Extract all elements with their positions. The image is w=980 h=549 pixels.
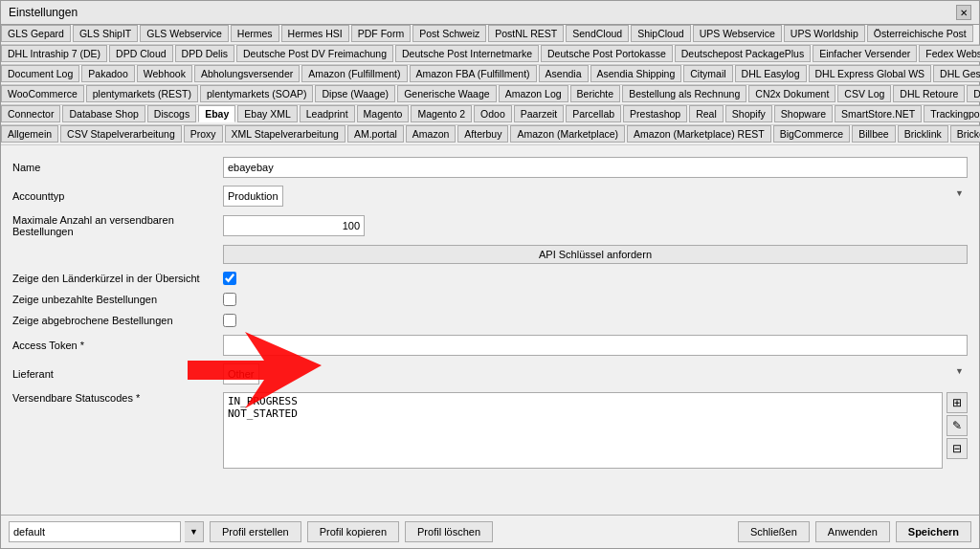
tab-0-9[interactable]: ShipCloud	[631, 25, 690, 42]
tab-5-7[interactable]: Amazon (Marketplace)	[510, 125, 625, 143]
tab-0-5[interactable]: PDF Form	[351, 25, 411, 42]
tab-5-8[interactable]: Amazon (Marketplace) REST	[627, 125, 771, 143]
api-button[interactable]: API Schlüssel anfordern	[223, 245, 968, 264]
copy-profile-button[interactable]: Profil kopieren	[307, 521, 399, 542]
tab-4-12[interactable]: Real	[689, 105, 724, 122]
tab-3-3[interactable]: Dipse (Waage)	[315, 85, 395, 102]
tab-2-7[interactable]: Asendia Shipping	[590, 65, 682, 82]
tab-2-1[interactable]: Pakadoo	[81, 65, 134, 82]
name-input[interactable]	[223, 157, 968, 178]
tab-4-9[interactable]: Paarzeit	[514, 105, 565, 122]
tab-2-3[interactable]: Abholungsversender	[194, 65, 300, 82]
tab-0-1[interactable]: GLS ShipIT	[73, 25, 138, 42]
tab-0-10[interactable]: UPS Webservice	[693, 25, 782, 42]
tab-5-6[interactable]: Afterbuy	[457, 125, 508, 143]
tab-4-5[interactable]: Leadprint	[300, 105, 355, 122]
tab-1-3[interactable]: Deutsche Post DV Freimachung	[236, 45, 393, 62]
tab-0-12[interactable]: Österreichische Post	[867, 25, 973, 42]
tab-2-0[interactable]: Document Log	[1, 65, 79, 82]
access-token-input[interactable]	[223, 335, 968, 356]
tab-4-0[interactable]: Connector	[1, 105, 60, 122]
tab-4-2[interactable]: Discogs	[147, 105, 196, 122]
tab-5-0[interactable]: Allgemein	[1, 125, 58, 143]
tab-4-11[interactable]: Prestashop	[623, 105, 687, 122]
tab-2-10[interactable]: DHL Express Global WS	[809, 65, 932, 82]
profile-dropdown-button[interactable]: ▼	[185, 521, 204, 542]
tab-2-5[interactable]: Amazon FBA (Fulfillment)	[410, 65, 537, 82]
versendbare-textarea[interactable]: IN_PROGRESS NOT_STARTED	[223, 392, 943, 469]
show-country-checkbox[interactable]	[223, 272, 236, 285]
tab-4-6[interactable]: Magento	[357, 105, 410, 122]
tab-3-10[interactable]: DHL Retoure	[893, 85, 965, 102]
create-profile-button[interactable]: Profil erstellen	[210, 521, 301, 542]
tab-1-4[interactable]: Deutsche Post Internetmarke	[395, 45, 539, 62]
tab-2-2[interactable]: Webhook	[137, 65, 192, 82]
tab-0-3[interactable]: Hermes	[231, 25, 279, 42]
add-status-button[interactable]: ⊞	[947, 392, 968, 413]
tab-3-0[interactable]: WooCommerce	[1, 85, 84, 102]
tab-3-11[interactable]: Document Downloader	[967, 85, 980, 102]
tab-2-4[interactable]: Amazon (Fulfillment)	[301, 65, 407, 82]
delete-status-button[interactable]: ⊟	[947, 438, 968, 459]
tab-2-9[interactable]: DHL Easylog	[735, 65, 807, 82]
tab-5-11[interactable]: Bricklink	[898, 125, 948, 143]
tab-2-6[interactable]: Asendia	[539, 65, 589, 82]
show-cancelled-checkbox[interactable]	[223, 314, 236, 327]
tab-1-7[interactable]: Einfacher Versender	[813, 45, 917, 62]
versendbare-label: Versendbare Statuscodes *	[12, 392, 223, 404]
tab-4-13[interactable]: Shopify	[725, 105, 772, 122]
tab-4-7[interactable]: Magento 2	[411, 105, 472, 122]
tab-2-11[interactable]: DHL Geschäftskundenversand	[933, 65, 980, 82]
tab-1-6[interactable]: Deutschepost PackagePlus	[675, 45, 811, 62]
delete-profile-button[interactable]: Profil löschen	[405, 521, 493, 542]
save-button[interactable]: Speichern	[896, 521, 971, 542]
tab-0-4[interactable]: Hermes HSI	[281, 25, 349, 42]
tab-4-3[interactable]: Ebay	[198, 105, 235, 122]
tab-4-15[interactable]: SmartStore.NET	[835, 105, 922, 122]
show-unpaid-checkbox[interactable]	[223, 293, 236, 306]
tab-1-5[interactable]: Deutsche Post Portokasse	[541, 45, 673, 62]
tab-5-5[interactable]: Amazon	[406, 125, 457, 143]
tab-0-8[interactable]: SendCloud	[566, 25, 629, 42]
tab-3-9[interactable]: CSV Log	[837, 85, 891, 102]
tab-3-1[interactable]: plentymarkets (REST)	[86, 85, 198, 102]
tab-0-11[interactable]: UPS Worldship	[784, 25, 865, 42]
lieferant-select[interactable]: Other	[223, 363, 259, 384]
tab-3-5[interactable]: Amazon Log	[499, 85, 568, 102]
tab-1-8[interactable]: Fedex Webservice	[919, 45, 980, 62]
tab-2-8[interactable]: Citymail	[683, 65, 732, 82]
close-button[interactable]: ✕	[956, 5, 971, 20]
tab-1-1[interactable]: DPD Cloud	[109, 45, 173, 62]
tab-4-4[interactable]: Ebay XML	[237, 105, 297, 122]
tab-1-0[interactable]: DHL Intraship 7 (DE)	[1, 45, 107, 62]
tab-5-9[interactable]: BigCommerce	[773, 125, 851, 143]
accounttype-select[interactable]: Produktion Sandbox	[223, 186, 283, 207]
tab-3-2[interactable]: plentymarkets (SOAP)	[200, 85, 313, 102]
edit-status-button[interactable]: ✎	[947, 415, 968, 436]
tab-0-2[interactable]: GLS Webservice	[140, 25, 229, 42]
tab-1-2[interactable]: DPD Delis	[175, 45, 234, 62]
tab-0-0[interactable]: GLS Gepard	[1, 25, 71, 42]
tab-3-8[interactable]: CN2x Dokument	[748, 85, 835, 102]
tab-5-4[interactable]: AM.portal	[347, 125, 404, 143]
tab-5-3[interactable]: XML Stapelverarbeitung	[225, 125, 345, 143]
tab-5-12[interactable]: Brickowl	[950, 125, 980, 143]
tab-4-10[interactable]: Parcellab	[566, 105, 621, 122]
tab-3-7[interactable]: Bestellung als Rechnung	[622, 85, 746, 102]
tab-4-14[interactable]: Shopware	[774, 105, 833, 122]
apply-button[interactable]: Anwenden	[815, 521, 890, 542]
accounttype-row: Accounttyp Produktion Sandbox	[12, 186, 968, 207]
max-orders-input[interactable]	[223, 215, 365, 236]
tab-0-6[interactable]: Post Schweiz	[412, 25, 486, 42]
tab-5-1[interactable]: CSV Stapelverarbeitung	[60, 125, 182, 143]
tab-4-1[interactable]: Database Shop	[62, 105, 145, 122]
tab-5-2[interactable]: Proxy	[184, 125, 223, 143]
profile-select[interactable]: default	[9, 521, 181, 542]
tab-3-4[interactable]: Generische Waage	[397, 85, 497, 102]
close-button-bottom[interactable]: Schließen	[738, 521, 810, 542]
tab-3-6[interactable]: Berichte	[570, 85, 621, 102]
tab-4-8[interactable]: Odoo	[474, 105, 512, 122]
tab-4-16[interactable]: Trackingportal	[924, 105, 980, 122]
tab-5-10[interactable]: Billbee	[852, 125, 896, 143]
tab-0-7[interactable]: PostNL REST	[488, 25, 564, 42]
